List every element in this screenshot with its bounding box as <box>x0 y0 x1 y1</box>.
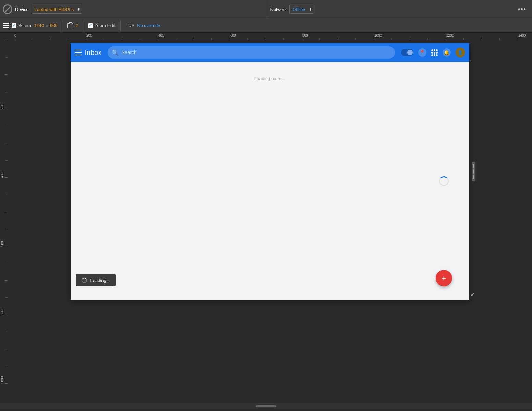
apps-grid-icon[interactable] <box>431 49 438 56</box>
pin-icon[interactable]: 📍 <box>418 48 426 57</box>
ruler-horizontal <box>0 33 532 40</box>
avatar-initials: 👤 <box>458 50 463 55</box>
device-select-wrapper[interactable]: Laptop with HiDPI s ⬍ <box>32 5 82 14</box>
notifications-icon[interactable]: 🔔 <box>443 48 451 57</box>
ruler-h-canvas <box>0 33 532 40</box>
hamburger-icon[interactable] <box>3 23 9 28</box>
screen-label: Screen <box>18 23 32 28</box>
app-frame: Inbox 🔍 Search 📍 <box>71 43 469 300</box>
zoom-checkbox-group: Zoom to fit <box>88 23 116 28</box>
viewport-container: Inbox 🔍 Search 📍 <box>8 40 532 403</box>
separator3 <box>120 21 121 31</box>
loading-more-text: Loading more... <box>254 76 285 81</box>
separator2 <box>83 21 83 31</box>
device-select-value: Laptop with HiDPI s <box>35 7 74 12</box>
main-area: Inbox 🔍 Search 📍 <box>0 40 532 403</box>
toast-text: Loading... <box>90 278 110 283</box>
screenshot-count: 2 <box>75 23 78 28</box>
separator1 <box>62 21 62 31</box>
screen-checkbox[interactable] <box>12 23 16 28</box>
toolbar-right: Network Offline ⬍ ••• <box>266 0 530 19</box>
app-title: Inbox <box>85 49 102 57</box>
toast-spinner <box>82 278 87 283</box>
search-icon: 🔍 <box>112 49 119 56</box>
toolbar-row1: Device Laptop with HiDPI s ⬍ Network Off… <box>0 0 532 19</box>
app-content: Loading more... + Loading... <box>71 62 469 300</box>
screen-width: 1440 <box>34 23 44 28</box>
zoom-label: Zoom to fit <box>95 23 116 28</box>
screen-height: 900 <box>50 23 58 28</box>
screen-checkbox-group: Screen 1440 × 900 <box>12 23 57 28</box>
app-header: Inbox 🔍 Search 📍 <box>71 43 469 62</box>
ruler-v-canvas <box>0 40 8 403</box>
resize-arrow[interactable]: ↙ <box>470 291 475 297</box>
network-select-value: Offline <box>292 7 305 12</box>
screenshot-icon[interactable] <box>67 23 73 28</box>
resize-handle-right[interactable] <box>472 162 475 181</box>
spinner-circle <box>439 176 449 186</box>
toolbar-left: Device Laptop with HiDPI s ⬍ <box>3 0 266 19</box>
more-options-button[interactable]: ••• <box>515 6 529 13</box>
search-placeholder: Search <box>121 50 136 55</box>
no-entry-icon[interactable] <box>3 4 12 14</box>
content-spinner <box>439 176 449 186</box>
toggle-switch[interactable] <box>401 49 413 56</box>
zoom-checkbox[interactable] <box>88 23 93 28</box>
bottom-area <box>0 409 532 411</box>
ruler-vertical <box>0 40 8 403</box>
device-frame: Inbox 🔍 Search 📍 <box>71 43 469 300</box>
avatar[interactable]: 👤 <box>456 48 465 57</box>
network-select-wrapper[interactable]: Offline ⬍ <box>289 5 314 14</box>
toolbar-row2: Screen 1440 × 900 2 Zoom to fit UA No ov… <box>0 19 532 33</box>
network-select[interactable]: Offline <box>289 5 314 14</box>
app-hamburger-icon[interactable] <box>75 50 82 55</box>
loading-toast: Loading... <box>76 274 116 286</box>
device-select[interactable]: Laptop with HiDPI s <box>32 5 82 14</box>
screenshot-group: 2 <box>67 23 78 28</box>
bottom-scrollbar[interactable] <box>0 403 532 409</box>
scroll-handle[interactable] <box>256 405 276 407</box>
network-label: Network <box>270 7 287 12</box>
ua-value: No override <box>137 23 160 28</box>
app-search-bar[interactable]: 🔍 Search <box>108 46 395 59</box>
ua-label: UA <box>128 23 134 28</box>
device-label: Device <box>15 7 29 12</box>
compose-fab-button[interactable]: + <box>436 270 452 286</box>
screen-x: × <box>46 23 48 28</box>
app-header-icons: 📍 🔔 👤 <box>401 48 465 57</box>
